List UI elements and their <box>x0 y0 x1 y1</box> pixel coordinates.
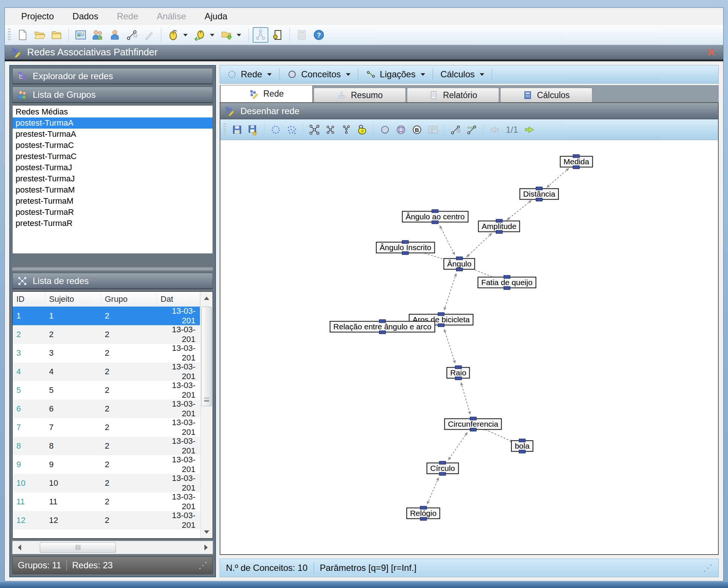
subject-button[interactable] <box>107 27 123 43</box>
bg-image-button[interactable] <box>426 122 440 137</box>
exit-button[interactable] <box>270 27 285 43</box>
column-header-id[interactable]: ID <box>13 292 45 306</box>
layout-tree-button[interactable] <box>339 122 354 137</box>
save-button[interactable] <box>230 122 245 137</box>
table-row[interactable]: 55213-03-201 <box>13 381 200 400</box>
concept-node-fatia[interactable]: Fatia de queijo <box>478 277 536 288</box>
horizontal-scrollbar[interactable] <box>12 541 213 554</box>
groups-button[interactable] <box>90 27 106 43</box>
dropdown-caret[interactable] <box>210 34 214 36</box>
highlight-button[interactable] <box>355 122 370 137</box>
concept-node-angulo_centro[interactable]: Ângulo ao centro <box>402 211 469 223</box>
link-12-button[interactable]: 12 <box>448 122 463 137</box>
open-project-button[interactable] <box>32 27 47 43</box>
node-bold-button[interactable]: B <box>410 122 424 137</box>
next-page-button[interactable] <box>522 122 537 137</box>
menu-rede[interactable]: Rede <box>110 10 145 23</box>
node-rect-button[interactable] <box>394 122 408 137</box>
group-item[interactable]: postest-TurmaJ <box>13 162 213 173</box>
folder-button[interactable] <box>49 27 64 43</box>
help-button[interactable]: ? <box>311 27 327 43</box>
network-view-button[interactable] <box>253 27 268 43</box>
scroll-down-arrow[interactable] <box>201 526 213 538</box>
calculator-button[interactable] <box>294 27 310 43</box>
menu-projecto[interactable]: Projecto <box>14 10 61 23</box>
close-button[interactable]: × <box>705 46 717 59</box>
vertical-scroll-track[interactable] <box>201 304 213 526</box>
link-text-button[interactable]: text <box>464 122 479 137</box>
menu-dados[interactable]: Dados <box>66 10 105 23</box>
concept-node-medida[interactable]: Medida <box>560 156 593 168</box>
node-circle-button[interactable] <box>378 122 392 137</box>
concept-node-bola[interactable]: bola <box>511 440 533 452</box>
concept-node-relogio[interactable]: Relógio <box>406 508 440 519</box>
tab-calculos[interactable]: Cálculos <box>500 88 592 102</box>
layout-x-small-button[interactable] <box>323 122 338 137</box>
column-header-sujeito[interactable]: Sujeito <box>45 292 101 306</box>
table-row[interactable]: 11213-03-201 <box>13 307 200 325</box>
scroll-left-arrow[interactable] <box>13 541 26 554</box>
tab-rede[interactable]: Rede <box>220 85 313 102</box>
concept-node-raio[interactable]: Raio <box>446 367 470 379</box>
save-as-button[interactable] <box>246 122 261 137</box>
group-item[interactable]: prestest-TurmaJ <box>13 173 213 184</box>
dropdown-caret[interactable] <box>237 34 241 36</box>
calculos-menu-button[interactable]: Cálculos <box>437 68 487 81</box>
table-row[interactable]: 99213-03-201 <box>13 455 200 474</box>
group-item[interactable]: postest-TurmaA <box>13 117 213 129</box>
toolbar-grip[interactable] <box>223 123 226 136</box>
concept-node-amplitude[interactable]: Amplitude <box>478 221 520 232</box>
table-row[interactable]: 44213-03-201 <box>13 362 200 381</box>
vertical-scrollbar[interactable] <box>200 292 213 538</box>
dropdown-caret[interactable] <box>183 34 188 36</box>
rede-menu-button[interactable]: Rede <box>224 68 275 81</box>
group-item[interactable]: pretest-TurmaM <box>13 196 213 207</box>
table-row[interactable]: 88213-03-201 <box>13 437 200 455</box>
table-row[interactable]: 77213-03-201 <box>13 418 200 437</box>
group-item[interactable]: Redes Médias <box>13 106 213 117</box>
layout-x-button[interactable] <box>307 122 322 137</box>
toolbar-grip[interactable] <box>8 29 11 41</box>
tab-resumo[interactable]: Resumo <box>314 88 406 102</box>
new-document-button[interactable] <box>14 27 30 43</box>
scroll-right-arrow[interactable] <box>199 541 213 554</box>
horizontal-scroll-track[interactable] <box>26 541 199 554</box>
table-row[interactable]: 1212213-03-201 <box>13 511 200 530</box>
mouse-run-button[interactable] <box>165 27 181 43</box>
concept-node-angulo[interactable]: Ângulo <box>443 258 475 270</box>
group-item[interactable]: postest-TurmaR <box>13 207 213 218</box>
panel-splitter[interactable] <box>12 267 213 271</box>
vertical-scroll-thumb[interactable] <box>201 307 212 406</box>
group-item[interactable]: postest-TurmaM <box>13 184 213 196</box>
concept-node-relacao[interactable]: Relação entre ângulo e arco <box>330 321 435 333</box>
concept-node-distancia[interactable]: Distância <box>520 188 559 200</box>
image-manager-button[interactable] <box>73 27 88 43</box>
scroll-up-arrow[interactable] <box>201 292 213 304</box>
edit-pencil-button[interactable] <box>141 27 157 43</box>
concept-node-angulo_inscrito[interactable]: Ângulo Inscrito <box>376 242 435 253</box>
prev-page-button[interactable] <box>487 122 502 137</box>
column-header-grupo[interactable]: Grupo <box>101 292 157 306</box>
concept-node-circunferencia[interactable]: Circunferencia <box>444 419 502 430</box>
horizontal-scroll-thumb[interactable] <box>40 542 116 553</box>
mouse-step-button[interactable] <box>192 27 208 43</box>
tab-relatorio[interactable]: Relatório <box>407 88 499 102</box>
ligacoes-menu-button[interactable]: Ligações <box>363 68 428 81</box>
groups-list[interactable]: Redes Médiaspostest-TurmaAprestest-Turma… <box>12 105 213 254</box>
menu-ajuda[interactable]: Ajuda <box>198 10 234 23</box>
resize-grip[interactable]: ⋰ <box>198 562 207 569</box>
conceitos-menu-button[interactable]: Conceitos <box>284 68 353 81</box>
group-item[interactable]: postest-TurmaC <box>13 140 213 151</box>
group-item[interactable]: prestest-TurmaC <box>13 151 213 162</box>
group-item[interactable]: prestest-TurmaA <box>13 129 213 140</box>
select-circle-button[interactable] <box>268 122 283 137</box>
network-canvas[interactable]: MedidaDistânciaÂngulo ao centroAmplitude… <box>220 140 718 554</box>
column-header-dat[interactable]: Dat <box>157 292 200 306</box>
group-item[interactable]: pretest-TurmaR <box>13 218 213 229</box>
table-row[interactable]: 1111213-03-201 <box>13 492 200 511</box>
export-button[interactable] <box>219 27 234 43</box>
resize-grip[interactable]: ⋰ <box>703 564 712 572</box>
concept-links-button[interactable]: 12 <box>124 27 140 43</box>
table-row[interactable]: 1010213-03-201 <box>13 474 200 492</box>
table-row[interactable]: 33213-03-201 <box>13 344 200 362</box>
